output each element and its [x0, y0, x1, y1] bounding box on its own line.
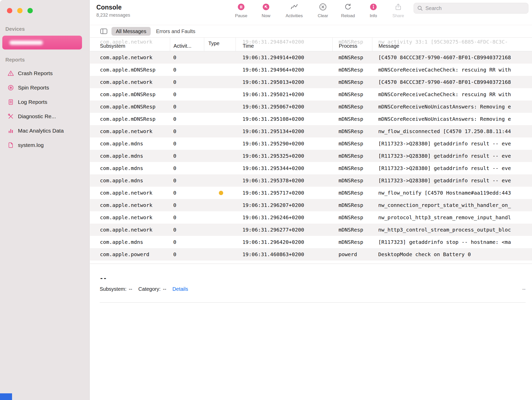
column-header-subsystem[interactable]: Subsystem: [90, 38, 170, 51]
now-button[interactable]: Now: [254, 3, 278, 18]
message-count: 8,232 messages: [96, 13, 130, 18]
table-bottom-divider: [90, 264, 532, 264]
filter-bar: All Messages Errors and Faults: [90, 25, 532, 38]
cell-activity: 0: [170, 141, 204, 147]
info-label: Info: [361, 13, 386, 18]
cell-time: 19:06:31.296420+0200: [236, 239, 332, 245]
close-window-button[interactable]: [7, 8, 12, 13]
search-input[interactable]: [425, 5, 525, 11]
pause-button[interactable]: Pause: [229, 3, 253, 18]
log-row[interactable]: com.apple.network 0 19:06:31.296277+0200…: [90, 224, 532, 236]
sidebar-item-diagnostic-reports[interactable]: Diagnostic Re...: [0, 109, 89, 124]
type-warning-dot: [219, 191, 223, 195]
page-title: Console: [96, 4, 130, 11]
sidebar-item-system-log[interactable]: system.log: [0, 138, 89, 152]
cell-subsystem: com.apple.network: [90, 128, 170, 134]
cell-subsystem: com.apple.mdns: [90, 177, 170, 184]
log-row[interactable]: com.apple.powerd 0 19:06:31.460863+0200 …: [90, 248, 532, 261]
cell-activity: 0: [170, 91, 204, 97]
cell-time: 19:06:31.296277+0200: [236, 227, 332, 233]
header-row: Subsystem Activit... Type Time Process M…: [90, 38, 532, 51]
sidebar-item-mac-analytics[interactable]: Mac Analytics Data: [0, 124, 89, 138]
cell-message: [C4570 84CCC3E7-9790-4607-BF01-CB9940372…: [372, 79, 532, 85]
cell-subsystem: com.apple.network: [90, 79, 170, 85]
cell-time: 19:06:31.295378+0200: [236, 177, 332, 184]
log-row[interactable]: com.apple.mdns 0 19:06:31.295378+0200 mD…: [90, 174, 532, 187]
cell-process: mDNSResp: [332, 116, 372, 122]
log-row[interactable]: com.apple.network 0 19:06:31.295717+0200…: [90, 187, 532, 199]
sidebar-item-label: Mac Analytics Data: [18, 128, 64, 134]
tab-errors-and-faults[interactable]: Errors and Faults: [156, 28, 195, 34]
log-row[interactable]: com.apple.mDNSResp 0 19:06:31.295067+020…: [90, 101, 532, 113]
cell-message: nw_flow_notify [C4570 Hostname#aa119edd:…: [372, 190, 532, 196]
cell-process: powerd: [332, 251, 372, 257]
cell-activity: 0: [170, 214, 204, 221]
cell-subsystem: com.apple.mdns: [90, 153, 170, 159]
detail-category-value: --: [163, 286, 166, 292]
pause-label: Pause: [229, 13, 253, 18]
cell-subsystem: com.apple.mdns: [90, 165, 170, 171]
cell-time: 19:06:31.296246+0200: [236, 214, 332, 221]
log-row[interactable]: com.apple.mdns 0 19:06:31.295325+0200 mD…: [90, 150, 532, 162]
cell-subsystem: com.apple.network: [90, 214, 170, 221]
log-row[interactable]: com.apple.network 0 19:06:31.296246+0200…: [90, 211, 532, 224]
cell-subsystem: com.apple.mDNSResp: [90, 67, 170, 73]
cell-time: 19:06:31.295717+0200: [236, 190, 332, 196]
redacted-device-name: [9, 41, 43, 45]
log-row[interactable]: com.apple.mDNSResp 0 19:06:31.295108+020…: [90, 113, 532, 125]
share-button[interactable]: Share: [386, 3, 411, 18]
info-button[interactable]: Info: [361, 3, 386, 18]
search-field[interactable]: [414, 3, 528, 14]
column-header-activity[interactable]: Activit...: [170, 38, 204, 51]
detail-right-value: --: [522, 286, 526, 292]
cell-process: mDNSResp: [332, 128, 372, 134]
cell-process: mDNSResp: [332, 141, 372, 147]
sidebar-item-crash-reports[interactable]: Crash Reports: [0, 66, 89, 81]
cell-process: mDNSResp: [332, 239, 372, 245]
cell-time: 19:06:31.460863+0200: [236, 251, 332, 257]
log-row[interactable]: com.apple.network 0 19:06:31.295013+0200…: [90, 76, 532, 88]
log-row[interactable]: com.apple.mDNSResp 0 19:06:31.295021+020…: [90, 88, 532, 101]
zoom-window-button[interactable]: [27, 8, 33, 13]
cell-message: [R117323->Q28380] getaddrinfo result -- …: [372, 141, 532, 147]
reload-label: Reload: [336, 13, 360, 18]
column-header-process[interactable]: Process: [332, 38, 372, 51]
column-header-type[interactable]: Type: [204, 38, 236, 51]
console-window: Devices Reports Crash Reports: [0, 0, 532, 400]
column-header-time[interactable]: Time: [236, 38, 332, 51]
reload-button[interactable]: Reload: [336, 3, 360, 18]
cell-subsystem: com.apple.mDNSResp: [90, 91, 170, 97]
clear-label: Clear: [311, 13, 335, 18]
detail-meta: Subsystem: -- Category: -- Details --: [100, 286, 526, 292]
column-header-message[interactable]: Message: [372, 38, 532, 51]
cell-message: [R117323] getaddrinfo stop -- hostname: …: [372, 239, 532, 245]
cell-message: [R117323->Q28380] getaddrinfo result -- …: [372, 153, 532, 159]
search-icon: [417, 5, 423, 11]
log-row[interactable]: com.apple.mDNSResp 0 19:06:31.294964+020…: [90, 64, 532, 76]
log-row[interactable]: com.apple.network 0 19:06:31.294914+0200…: [90, 51, 532, 64]
minimize-window-button[interactable]: [17, 8, 23, 13]
sidebar-item-spin-reports[interactable]: Spin Reports: [0, 81, 89, 95]
log-row[interactable]: com.apple.mdns 0 19:06:31.295344+0200 mD…: [90, 162, 532, 174]
window-controls: [7, 8, 33, 13]
share-label: Share: [386, 13, 411, 18]
cell-process: mDNSResp: [332, 227, 372, 233]
sidebar-item-label: Spin Reports: [18, 85, 49, 91]
sidebar-item-log-reports[interactable]: Log Reports: [0, 95, 89, 109]
sidebar-toggle-icon[interactable]: [100, 28, 107, 35]
activities-button[interactable]: Activities: [282, 3, 306, 18]
sidebar-item-device-selected[interactable]: [2, 36, 82, 49]
toolbar: Console 8,232 messages Pause: [90, 0, 532, 25]
cell-process: mDNSResp: [332, 79, 372, 85]
log-row[interactable]: com.apple.mdns 0 19:06:31.296420+0200 mD…: [90, 236, 532, 248]
cell-message: nw_connection_report_state_with_handler_…: [372, 202, 532, 208]
log-row[interactable]: com.apple.network 0 19:06:31.296207+0200…: [90, 199, 532, 211]
cell-subsystem: com.apple.mdns: [90, 141, 170, 147]
log-row[interactable]: com.apple.mdns 0 19:06:31.295290+0200 mD…: [90, 137, 532, 150]
details-link[interactable]: Details: [172, 286, 188, 292]
tab-all-messages[interactable]: All Messages: [111, 27, 151, 36]
document-lines-icon: [7, 99, 14, 105]
clear-button[interactable]: Clear: [311, 3, 335, 18]
sidebar: Devices Reports Crash Reports: [0, 0, 90, 400]
log-row[interactable]: com.apple.network 0 19:06:31.295134+0200…: [90, 125, 532, 137]
